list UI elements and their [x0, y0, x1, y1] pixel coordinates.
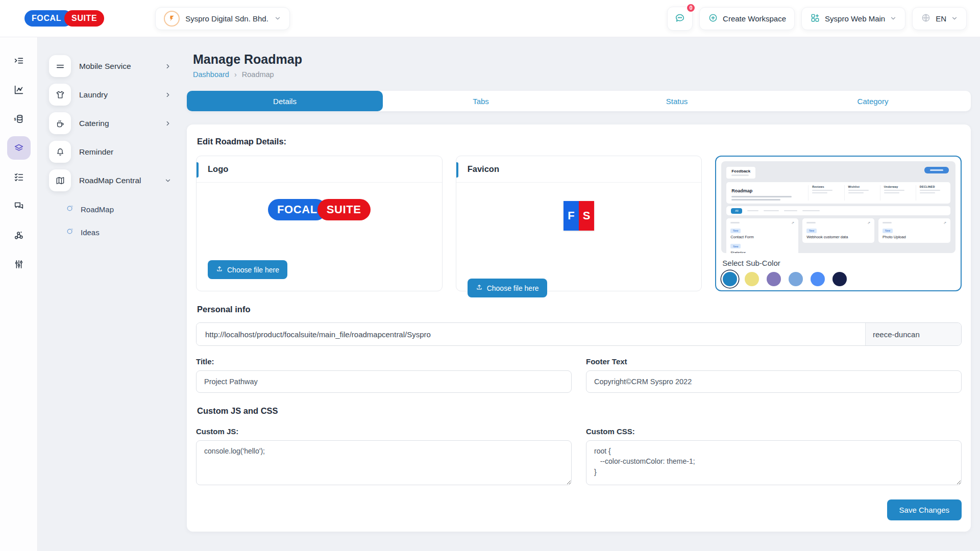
color-swatch-5[interactable]	[811, 272, 825, 286]
integrations-icon[interactable]	[7, 223, 31, 247]
logo-card: Logo FOCAL SUITE Choose file here	[196, 156, 443, 291]
logo-card-header: Logo	[197, 156, 442, 183]
custom-code-row: Custom JS: console.log('hello'); Custom …	[196, 427, 962, 487]
custom-css-textarea[interactable]: root { --color-customColor: theme-1; }	[586, 440, 962, 485]
title-field-group: Title:	[196, 357, 572, 393]
section-title: Edit Roadmap Details:	[197, 137, 962, 146]
favicon-choose-file-button[interactable]: Choose file here	[468, 279, 547, 297]
preview-card: ⇗ New Contact Form New Statistics	[726, 218, 798, 253]
preview-card-label: Statistics	[730, 251, 794, 254]
bell-icon	[49, 141, 71, 163]
icon-rail: $	[0, 37, 38, 551]
custom-js-css-heading: Custom JS and CSS	[197, 406, 962, 416]
tab-status[interactable]: Status	[579, 91, 775, 111]
logo-card-body: FOCAL SUITE Choose file here	[197, 183, 442, 289]
custom-js-textarea[interactable]: console.log('hello');	[196, 440, 572, 485]
color-swatch-6[interactable]	[832, 272, 847, 286]
favicon-letter-f: F	[564, 201, 579, 231]
tab-category[interactable]: Category	[775, 91, 971, 111]
hamburger-icon	[49, 55, 71, 77]
app-selector-label: Syspro Web Main	[825, 14, 885, 23]
filters-icon[interactable]	[7, 253, 31, 276]
map-icon	[49, 169, 71, 191]
chevron-down-icon	[164, 177, 172, 184]
analytics-icon[interactable]	[7, 78, 31, 102]
chevron-right-icon	[164, 63, 172, 70]
details-panel: Edit Roadmap Details: Logo FOCAL SUITE	[187, 124, 971, 532]
create-workspace-label: Create Workspace	[723, 14, 786, 23]
language-label: EN	[936, 14, 946, 23]
roadmap-apps-icon[interactable]	[7, 136, 31, 160]
breadcrumb-separator: ›	[234, 70, 237, 79]
preview-tag: New	[730, 244, 741, 248]
app-selector[interactable]: Syspro Web Main	[801, 7, 905, 30]
preview-card: ⇗ New Webhook customer data	[802, 218, 874, 243]
language-selector[interactable]: EN	[912, 7, 967, 30]
chat-button[interactable]: 0	[667, 7, 693, 31]
upload-icon	[216, 265, 223, 274]
workspace-logo-icon	[164, 11, 180, 27]
messages-icon[interactable]	[7, 194, 31, 218]
preview-tag: New	[806, 229, 817, 233]
chevron-right-icon	[164, 91, 172, 98]
sidebar-subitem-label: Ideas	[81, 228, 100, 237]
choose-file-label: Choose file here	[487, 284, 539, 292]
save-changes-button[interactable]: Save Changes	[887, 499, 962, 520]
chat-icon	[674, 12, 685, 25]
chat-badge: 0	[686, 3, 696, 13]
collapse-menu-icon[interactable]	[7, 49, 31, 72]
workspace-selector[interactable]: Syspro Digital Sdn. Bhd.	[155, 7, 290, 30]
sidebar-item-label: Reminder	[79, 147, 172, 157]
brand-logo: FOCAL SUITE	[24, 10, 104, 27]
preview-cards-row: ⇗ New Contact Form New Statistics ⇗ New …	[726, 218, 950, 253]
breadcrumb-current: Roadmap	[242, 70, 274, 79]
theme-preview-thumbnail: Feedback Roadmap Reviews Wishlist	[721, 161, 955, 253]
title-input[interactable]	[196, 370, 572, 393]
circle-dot-icon	[66, 205, 74, 214]
theme-card[interactable]: Feedback Roadmap Reviews Wishlist	[715, 156, 962, 291]
plus-circle-icon	[708, 13, 718, 24]
preview-column-label: Reviews	[812, 185, 838, 188]
sidebar-item-roadmap-central[interactable]: RoadMap Central	[49, 169, 172, 191]
site-url-group: reece-duncan	[196, 322, 962, 346]
circle-dot-icon	[66, 228, 74, 237]
sidebar-subitem-ideas[interactable]: Ideas	[49, 221, 172, 244]
sidebar-item-mobile-service[interactable]: Mobile Service	[49, 55, 172, 77]
preview-card-label: Contact Form	[730, 235, 794, 239]
tab-bar: Details Tabs Status Category	[187, 91, 971, 111]
favicon-card-header: Favicon	[456, 156, 702, 183]
color-swatch-1[interactable]	[723, 272, 737, 286]
finance-icon[interactable]: $	[7, 107, 31, 131]
preview-filter-chip: All	[731, 208, 742, 214]
color-swatch-3[interactable]	[767, 272, 781, 286]
logo-choose-file-button[interactable]: Choose file here	[208, 260, 287, 279]
page-title: Manage Roadmap	[193, 52, 971, 67]
main-content: Manage Roadmap Dashboard › Roadmap Detai…	[182, 37, 980, 551]
sidebar-subitem-roadmap[interactable]: RoadMap	[49, 198, 172, 221]
coffee-cup-icon	[49, 112, 71, 134]
sidebar-item-reminder[interactable]: Reminder	[49, 141, 172, 163]
logo-card-title: Logo	[208, 164, 228, 173]
breadcrumb-dashboard-link[interactable]: Dashboard	[193, 70, 229, 79]
favicon-letter-s: S	[579, 201, 594, 231]
top-bar: FOCAL SUITE Syspro Digital Sdn. Bhd. 0	[0, 0, 980, 37]
create-workspace-button[interactable]: Create Workspace	[699, 7, 795, 30]
footer-field-group: Footer Text	[586, 357, 962, 393]
shirt-icon	[49, 84, 71, 106]
sidebar-subitem-label: RoadMap	[81, 205, 114, 214]
sidebar-item-laundry[interactable]: Laundry	[49, 84, 172, 106]
grid-plus-icon	[810, 13, 820, 24]
tasks-icon[interactable]	[7, 165, 31, 189]
chevron-right-icon	[164, 120, 172, 127]
svg-text:$: $	[14, 117, 16, 121]
site-url-input[interactable]	[197, 323, 865, 345]
color-swatch-4[interactable]	[789, 272, 803, 286]
tab-tabs[interactable]: Tabs	[383, 91, 579, 111]
preview-filter-bar: All	[726, 206, 950, 215]
tab-details[interactable]: Details	[187, 91, 383, 111]
color-swatch-2[interactable]	[745, 272, 759, 286]
sidebar-item-catering[interactable]: Catering	[49, 112, 172, 134]
preview-tag: New	[883, 229, 893, 233]
footer-text-input[interactable]	[586, 370, 962, 393]
preview-card-label: Webhook customer data	[806, 235, 870, 239]
